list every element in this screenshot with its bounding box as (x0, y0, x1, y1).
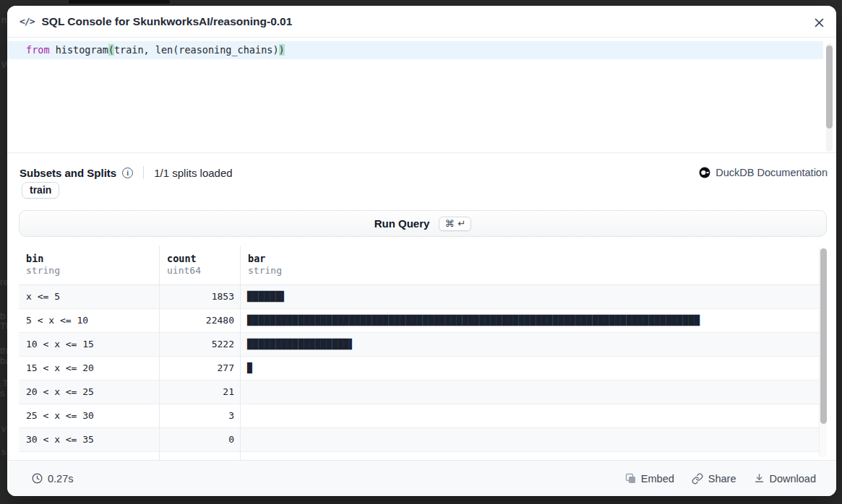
embed-label: Embed (641, 473, 674, 485)
table-row: x <= 5 1853 ██████▌ (19, 285, 819, 309)
split-chips: train (22, 182, 59, 199)
share-link-icon (692, 473, 703, 485)
split-chip-train[interactable]: train (22, 182, 59, 199)
run-query-label: Run Query (374, 217, 430, 230)
column-name: bar (248, 253, 819, 265)
splits-row: Subsets and Splits i 1/1 splits loaded D… (20, 163, 828, 182)
close-icon (814, 17, 825, 28)
table-row: 15 < x <= 20 277 ▉ (19, 357, 819, 381)
background-fragment: s (0, 388, 5, 399)
code-icon: </> (20, 16, 34, 27)
close-button[interactable] (811, 14, 827, 30)
sql-console-modal: </> SQL Console for SkunkworksAI/reasoni… (7, 6, 836, 496)
bar-cell (241, 381, 819, 404)
bin-cell: 10 < x <= 15 (19, 333, 160, 356)
query-duration-value: 0.27s (48, 473, 73, 485)
results-table: bin string count uint64 bar string x <= … (19, 246, 827, 460)
sql-arguments: train, len(reasoning_chains) (114, 44, 279, 56)
duckdb-docs-label: DuckDB Documentation (716, 167, 828, 178)
sql-function: histogram (50, 44, 108, 56)
duckdb-logo-icon (699, 167, 710, 178)
results-table-inner: bin string count uint64 bar string x <= … (19, 246, 819, 460)
bar-cell (241, 404, 819, 427)
run-query-button[interactable]: Run Query ⌘ ↵ (19, 210, 827, 237)
bar-cell: ██████▌ (241, 285, 819, 308)
count-cell: 1853 (160, 285, 241, 308)
background-fragment: b (0, 310, 5, 321)
bin-cell: 30 < x <= 35 (19, 428, 160, 451)
sql-open-paren: ( (108, 44, 114, 56)
count-cell: 0 (160, 428, 241, 451)
column-type: string (248, 265, 819, 277)
bin-cell: 20 < x <= 25 (19, 381, 160, 404)
sql-editor-active-line: from histogram(train, len(reasoning_chai… (7, 41, 823, 59)
table-row: 20 < x <= 25 21 (19, 381, 819, 404)
count-cell: 2 (160, 452, 241, 460)
download-button[interactable]: Download (754, 473, 817, 485)
duckdb-docs-link[interactable]: DuckDB Documentation (699, 167, 828, 178)
bin-cell: x <= 5 (19, 285, 160, 308)
background-fragment: s (1, 446, 7, 457)
bin-cell: 25 < x <= 30 (19, 404, 160, 427)
splits-status: 1/1 splits loaded (154, 167, 232, 179)
count-cell: 3 (160, 404, 241, 427)
footer-actions: Embed Share Download (625, 473, 816, 485)
download-label: Download (770, 473, 817, 485)
enter-key-icon: ↵ (457, 218, 465, 229)
keyboard-shortcut-badge: ⌘ ↵ (439, 217, 471, 231)
bar-cell: ▉ (241, 357, 819, 380)
clock-icon (32, 473, 43, 484)
table-scrollbar-track[interactable] (819, 247, 827, 457)
background-fragment: n (1, 14, 7, 25)
bar-cell (241, 452, 819, 460)
modal-header: </> SQL Console for SkunkworksAI/reasoni… (7, 6, 836, 38)
count-cell: 5222 (160, 333, 241, 356)
table-row: 10 < x <= 15 5222 ██████████████████▌ (19, 333, 819, 357)
count-cell: 21 (160, 381, 241, 404)
table-row: 35 < x <= 40 2 (19, 452, 819, 460)
cmd-key-icon: ⌘ (444, 218, 454, 229)
share-label: Share (708, 473, 736, 485)
sql-keyword: from (26, 44, 50, 56)
sql-editor[interactable]: from histogram(train, len(reasoning_chai… (7, 38, 836, 153)
editor-scrollbar-track[interactable] (826, 43, 833, 152)
editor-scrollbar-thumb[interactable] (826, 45, 833, 129)
query-duration: 0.27s (32, 473, 73, 485)
share-button[interactable]: Share (692, 473, 736, 485)
column-header-bar: bar string (241, 246, 819, 284)
bin-cell: 5 < x <= 10 (19, 309, 160, 332)
bar-cell: ████████████████████████████████████████… (241, 309, 819, 332)
table-scrollbar-thumb[interactable] (820, 248, 827, 424)
modal-footer: 0.27s Embed Share (7, 460, 836, 496)
bar-cell: ██████████████████▌ (241, 333, 819, 356)
background-page-text (69, 0, 170, 4)
embed-button[interactable]: Embed (625, 473, 674, 485)
table-header-row: bin string count uint64 bar string (19, 246, 819, 285)
bar-cell (241, 428, 819, 451)
splits-title: Subsets and Splits (20, 167, 116, 179)
download-icon (754, 473, 765, 484)
column-type: uint64 (167, 265, 240, 277)
bin-cell: 15 < x <= 20 (19, 357, 160, 380)
modal-title: SQL Console for SkunkworksAI/reasoning-0… (41, 15, 292, 28)
column-name: count (167, 253, 240, 265)
column-header-bin: bin string (19, 246, 160, 284)
column-type: string (26, 265, 159, 277)
sql-close-paren: ) (279, 44, 285, 56)
background-fragment: v (1, 423, 7, 434)
bin-cell: 35 < x <= 40 (19, 452, 160, 460)
column-header-count: count uint64 (160, 246, 241, 284)
count-cell: 22480 (160, 309, 241, 332)
count-cell: 277 (160, 357, 241, 380)
table-row: 25 < x <= 30 3 (19, 404, 819, 428)
table-row: 5 < x <= 10 22480 ██████████████████████… (19, 309, 819, 333)
table-body: x <= 5 1853 ██████▌ 5 < x <= 10 22480 ██… (19, 285, 819, 460)
table-row: 30 < x <= 35 0 (19, 428, 819, 452)
embed-icon (625, 473, 636, 484)
column-name: bin (26, 253, 159, 265)
divider (143, 166, 144, 179)
info-icon[interactable]: i (122, 168, 133, 178)
